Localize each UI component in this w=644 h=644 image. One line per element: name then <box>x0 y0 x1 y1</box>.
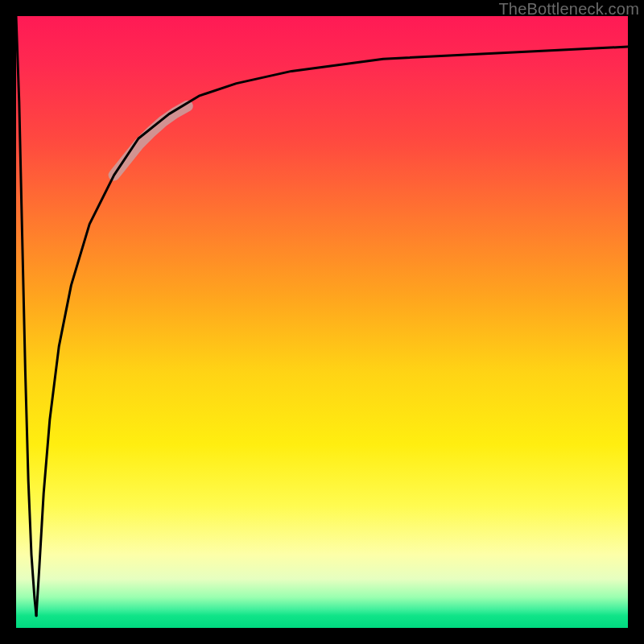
curve-layer <box>16 16 628 628</box>
chart-frame: TheBottleneck.com <box>0 0 644 644</box>
curve-highlight-segment <box>114 106 188 175</box>
plot-area <box>16 16 628 628</box>
curve-bottleneck-curve-left <box>16 16 36 616</box>
curve-bottleneck-curve-right <box>36 47 628 616</box>
